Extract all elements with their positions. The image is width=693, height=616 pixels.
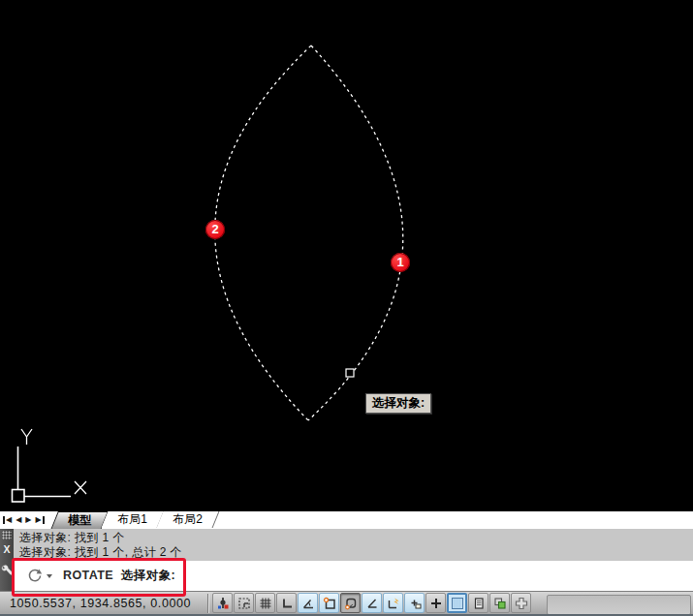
statusbar: 1050.5537, 1934.8565, 0.0000 <box>0 591 693 616</box>
coordinates-readout[interactable]: 1050.5537, 1934.8565, 0.0000 <box>10 592 191 615</box>
customize-wrench-icon[interactable] <box>1 564 14 577</box>
command-history-line: 选择对象: 找到 1 个 <box>14 531 693 545</box>
drag-grip-handle[interactable] <box>2 531 12 539</box>
command-window: X 选择对象: 找到 1 个选择对象: 找到 1 个, 总计 2 个 ROTAT… <box>0 529 693 591</box>
command-prompt: 选择对象: <box>121 569 175 582</box>
ucs-icon <box>13 429 87 502</box>
tab-model[interactable]: 模型 <box>50 511 109 530</box>
tab-nav-prev-button[interactable]: ◀ <box>16 512 21 528</box>
step-marker-2: 2 <box>205 220 225 239</box>
command-name: ROTATE <box>63 569 113 582</box>
cursor-tooltip: 选择对象: <box>365 393 431 414</box>
lineweight-icon[interactable] <box>425 593 446 613</box>
pickbox-cursor <box>346 369 354 377</box>
transparency-icon[interactable] <box>447 593 467 613</box>
close-icon[interactable]: X <box>0 542 14 556</box>
drawing-canvas[interactable]: 12 选择对象: <box>0 0 693 511</box>
polar-tracking-icon[interactable] <box>298 593 318 613</box>
tab-nav-buttons: ◀◀▶▶ <box>0 511 48 529</box>
tab-layout1[interactable]: 布局1 <box>101 511 164 528</box>
dynamic-ucs-icon[interactable] <box>383 593 403 613</box>
statusbar-separator <box>207 594 208 613</box>
object-snap-icon[interactable] <box>319 593 339 613</box>
grid-display-icon[interactable] <box>255 593 275 613</box>
statusbar-tray <box>547 595 691 615</box>
snap-mode-icon[interactable] <box>234 593 254 613</box>
quick-properties-icon[interactable] <box>468 593 488 613</box>
ortho-mode-icon[interactable] <box>276 593 297 613</box>
command-prompt-text: ROTATE选择对象: <box>63 568 175 584</box>
step-marker-1: 1 <box>391 253 410 272</box>
status-toggle-buttons <box>212 593 531 613</box>
autocad-window: 12 选择对象: ◀◀▶▶ 模型布局1布局2 X 选择对象: 找到 1 个选择对… <box>0 0 693 616</box>
command-input-line[interactable]: ROTATE选择对象: <box>14 561 693 591</box>
lens-right-arc <box>308 46 403 420</box>
annotation-monitor-icon[interactable] <box>511 593 531 613</box>
3d-object-snap-icon[interactable] <box>340 593 361 613</box>
object-snap-tracking-icon[interactable] <box>362 593 382 613</box>
tab-nav-first-button[interactable]: ◀ <box>3 512 12 528</box>
tab-nav-next-button[interactable]: ▶ <box>25 512 31 528</box>
tab-layout2[interactable]: 布局2 <box>157 511 220 528</box>
layout-tabbar: ◀◀▶▶ 模型布局1布局2 <box>0 511 693 530</box>
lens-left-arc <box>215 46 311 420</box>
selection-cycling-icon[interactable] <box>489 593 510 613</box>
command-history-line: 选择对象: 找到 1 个, 总计 2 个 <box>14 545 693 560</box>
command-window-strip: X <box>0 529 14 591</box>
command-history[interactable]: 选择对象: 找到 1 个选择对象: 找到 1 个, 总计 2 个 <box>14 529 693 561</box>
tab-nav-last-button[interactable]: ▶ <box>35 512 44 528</box>
dynamic-input-icon[interactable] <box>404 593 425 613</box>
canvas-overlay <box>0 0 693 511</box>
rotate-command-icon[interactable] <box>26 568 52 584</box>
tab-list: 模型布局1布局2 <box>54 511 216 529</box>
infer-constraints-icon[interactable] <box>212 593 233 613</box>
chevron-down-icon[interactable] <box>47 574 52 578</box>
